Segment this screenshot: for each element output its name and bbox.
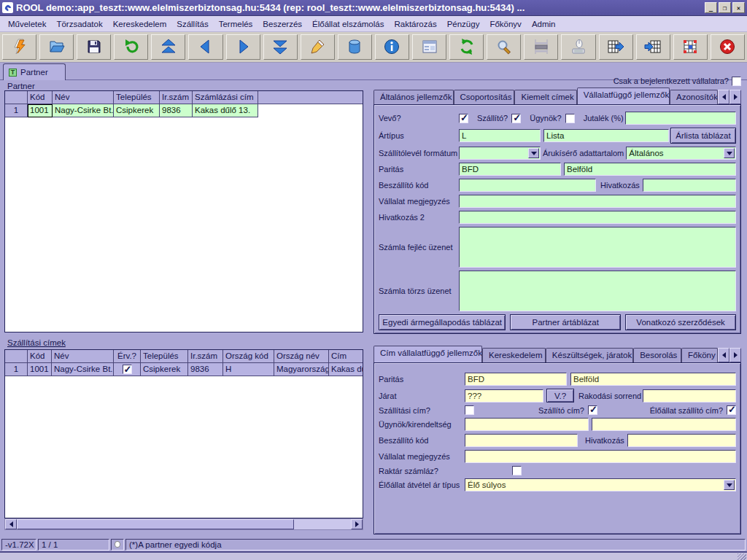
tabs-scroll-right-button[interactable] bbox=[729, 348, 741, 362]
col-cim[interactable]: Cím bbox=[329, 350, 363, 363]
info-button[interactable] bbox=[375, 34, 409, 60]
resize-grip-icon[interactable] bbox=[738, 553, 746, 560]
open-button[interactable] bbox=[39, 34, 74, 60]
tab-besorolas[interactable]: Besorolás bbox=[633, 348, 681, 362]
cell-nev[interactable]: Nagy-Csirke Bt. bbox=[53, 104, 114, 117]
previous-record-button[interactable] bbox=[188, 34, 222, 60]
tab-partner[interactable]: T Partner bbox=[3, 63, 66, 80]
refresh-button[interactable] bbox=[449, 34, 484, 60]
egyedi-armegallapodas-button[interactable]: Egyedi ármegállapodás táblázat bbox=[379, 314, 506, 330]
szallitasi-cim-checkbox[interactable] bbox=[465, 405, 474, 415]
menu-muveletek[interactable]: Műveletek bbox=[3, 16, 51, 32]
panel-divider[interactable] bbox=[365, 82, 371, 535]
cell-irszam[interactable]: 9836 bbox=[188, 363, 223, 376]
col-kod[interactable]: Kód bbox=[28, 350, 52, 363]
cell-orszag-kod[interactable]: H bbox=[223, 363, 274, 376]
col-orszag-nev[interactable]: Ország név bbox=[274, 350, 329, 363]
first-record-button[interactable] bbox=[151, 34, 185, 60]
menu-szallitas[interactable]: Szállítás bbox=[171, 16, 213, 32]
stop-button[interactable] bbox=[711, 34, 745, 60]
menu-fokonyv[interactable]: Főkönyv bbox=[484, 16, 526, 32]
ugynok-nev-input[interactable] bbox=[592, 418, 736, 431]
cell-nev[interactable]: Nagy-Csirke Bt. bbox=[52, 363, 114, 376]
paritas-code-input[interactable]: BFD bbox=[459, 163, 561, 176]
cell-telepules[interactable]: Csipkerek bbox=[114, 104, 160, 117]
szallito-checkbox[interactable] bbox=[511, 114, 521, 123]
scroll-right-button[interactable] bbox=[351, 519, 363, 529]
dropdown-arrow-icon[interactable] bbox=[528, 148, 539, 158]
szallito-cim-checkbox[interactable] bbox=[588, 405, 597, 415]
export-table-button[interactable] bbox=[599, 34, 633, 60]
hivatkozas-input[interactable] bbox=[627, 434, 736, 447]
jarat-input[interactable]: ??? bbox=[465, 389, 543, 402]
database-button[interactable] bbox=[338, 34, 372, 60]
vallalat-megjegyzes-input[interactable] bbox=[465, 450, 736, 463]
erv-checkbox[interactable] bbox=[123, 365, 132, 374]
tab-cim-vallalatfuggo[interactable]: Cím vállalatfüggő jellemzők bbox=[374, 346, 482, 362]
dropdown-arrow-icon[interactable] bbox=[724, 480, 735, 490]
grid-selection-button[interactable] bbox=[673, 34, 708, 60]
paritas-name-input[interactable]: Belföld bbox=[564, 163, 736, 176]
cell-cim[interactable]: Kakas dűl bbox=[329, 363, 363, 376]
tabs-scroll-right-button[interactable] bbox=[729, 90, 741, 104]
input-device-button[interactable] bbox=[561, 34, 595, 60]
menu-raktarozas[interactable]: Raktározás bbox=[389, 16, 441, 32]
szamla-fejlec-textarea[interactable] bbox=[459, 227, 736, 268]
arlista-tablazat-button[interactable]: Árlista táblázat bbox=[670, 128, 736, 144]
menu-eloallat-elszamolas[interactable]: Élőállat elszámolás bbox=[307, 16, 389, 32]
vevo-checkbox[interactable] bbox=[459, 114, 468, 123]
col-erv[interactable]: Érv.? bbox=[114, 350, 141, 363]
col-telepules[interactable]: Település bbox=[114, 91, 160, 104]
vonatkozo-szerzodesek-button[interactable]: Vonatkozó szerződések bbox=[625, 314, 736, 330]
partner-artablazat-button[interactable]: Partner ártáblázat bbox=[510, 314, 621, 330]
connect-button[interactable] bbox=[2, 34, 36, 60]
last-record-button[interactable] bbox=[263, 34, 298, 60]
form-button[interactable] bbox=[412, 34, 446, 60]
menu-termeles[interactable]: Termelés bbox=[214, 16, 258, 32]
hivatkozas2-input[interactable] bbox=[459, 211, 736, 224]
eloallat-szallito-cim-checkbox[interactable] bbox=[727, 405, 736, 415]
jutalek-input[interactable] bbox=[625, 112, 736, 125]
tab-keszultsegek-jaratok[interactable]: Készültségek, járatok bbox=[546, 348, 633, 362]
cell-kod[interactable]: 1001 bbox=[28, 104, 53, 117]
menu-admin[interactable]: Admin bbox=[527, 16, 561, 32]
arukisero-combo[interactable]: Általános bbox=[626, 147, 736, 160]
shipping-table-hscrollbar[interactable] bbox=[4, 518, 363, 530]
cell-irszam[interactable]: 9836 bbox=[160, 104, 193, 117]
rows-button[interactable] bbox=[524, 34, 558, 60]
edit-button[interactable] bbox=[301, 34, 335, 60]
beszallito-kod-input[interactable] bbox=[459, 179, 596, 192]
v-button[interactable]: V.? bbox=[546, 389, 574, 402]
artipus-code-input[interactable]: L bbox=[459, 129, 541, 142]
tab-vallalatfuggo-jellemzok[interactable]: Vállalatfüggő jellemzők bbox=[577, 88, 670, 104]
col-telepules[interactable]: Település bbox=[141, 350, 188, 363]
import-table-button[interactable] bbox=[636, 34, 670, 60]
szamla-torzs-textarea[interactable] bbox=[459, 271, 736, 311]
tabs-scroll-left-button[interactable] bbox=[718, 90, 729, 104]
undo-button[interactable] bbox=[114, 34, 148, 60]
cell-szamlazasi-cim[interactable]: Kakas dűlő 13. bbox=[193, 104, 258, 117]
save-button[interactable] bbox=[77, 34, 111, 60]
partner-table-row[interactable]: 1 1001 Nagy-Csirke Bt. Csipkerek 9836 Ka… bbox=[5, 104, 363, 117]
search-button[interactable] bbox=[487, 34, 521, 60]
minimize-button[interactable]: _ bbox=[705, 2, 717, 13]
vallalat-megjegyzes-input[interactable] bbox=[459, 195, 736, 208]
tabs-scroll-left-button[interactable] bbox=[718, 348, 729, 362]
dropdown-arrow-icon[interactable] bbox=[724, 148, 735, 158]
col-orszag-kod[interactable]: Ország kód bbox=[223, 350, 274, 363]
beszallito-kod-input[interactable] bbox=[465, 434, 578, 447]
raktar-szamlaz-checkbox[interactable] bbox=[512, 466, 522, 475]
only-company-checkbox[interactable] bbox=[732, 77, 741, 86]
shipping-table-row[interactable]: 1 1001 Nagy-Csirke Bt. Csipkerek 9836 H … bbox=[5, 363, 363, 376]
szallitolevel-combo[interactable] bbox=[459, 147, 541, 160]
cell-telepules[interactable]: Csipkerek bbox=[141, 363, 188, 376]
rakodasi-sorrend-input[interactable] bbox=[643, 389, 736, 402]
next-record-button[interactable] bbox=[226, 34, 260, 60]
cell-kod[interactable]: 1001 bbox=[28, 363, 52, 376]
col-irszam[interactable]: Ir.szám bbox=[188, 350, 223, 363]
menu-beszerzes[interactable]: Beszerzés bbox=[258, 16, 307, 32]
col-nev[interactable]: Név bbox=[53, 91, 114, 104]
tab-azonositok[interactable]: Azonosítók bbox=[670, 90, 718, 104]
menu-penzugy[interactable]: Pénzügy bbox=[442, 16, 485, 32]
scrollbar-thumb[interactable] bbox=[17, 519, 294, 529]
